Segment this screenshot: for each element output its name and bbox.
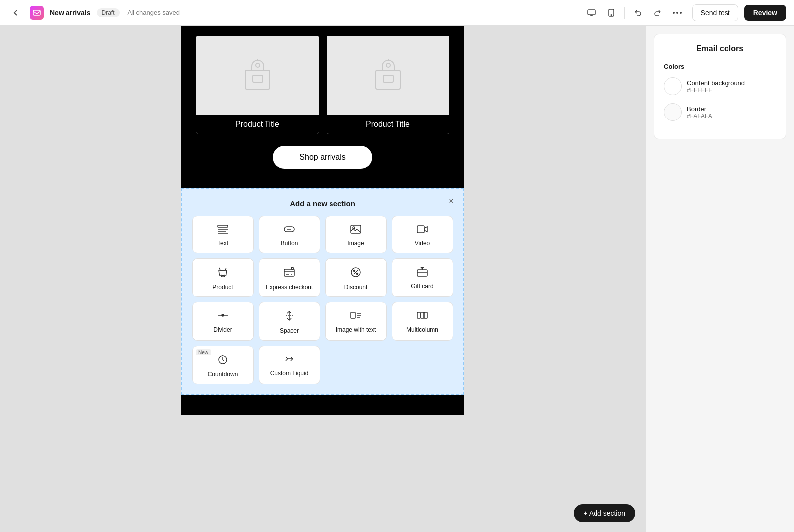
content-background-swatch bbox=[664, 77, 682, 95]
image-with-text-icon bbox=[350, 310, 362, 322]
product-card-1[interactable]: Product Title bbox=[196, 36, 319, 134]
gift-card-icon bbox=[416, 267, 428, 279]
section-item-gift-card[interactable]: Gift card bbox=[392, 258, 453, 297]
section-item-text-label: Text bbox=[217, 240, 228, 247]
content-background-name: Content background bbox=[687, 79, 745, 87]
svg-point-6 bbox=[680, 12, 682, 14]
svg-rect-41 bbox=[417, 312, 420, 318]
page-title: New arrivals bbox=[50, 9, 91, 17]
product-image-1 bbox=[196, 36, 319, 115]
add-section-panel: Add a new section × Tex bbox=[181, 188, 464, 395]
section-items-grid: Text Button bbox=[192, 216, 453, 384]
svg-point-4 bbox=[673, 12, 675, 14]
express-checkout-icon bbox=[283, 267, 295, 280]
svg-point-27 bbox=[291, 267, 294, 270]
section-item-button-label: Button bbox=[281, 240, 298, 247]
section-item-discount[interactable]: Discount bbox=[325, 258, 387, 297]
canvas-area: Product Title bbox=[0, 26, 645, 532]
border-color[interactable]: Border #FAFAFA bbox=[664, 103, 776, 121]
svg-point-24 bbox=[221, 275, 223, 277]
divider-icon bbox=[217, 310, 229, 322]
desktop-view-button[interactable] bbox=[583, 4, 600, 22]
section-item-countdown[interactable]: New Countdown bbox=[192, 346, 254, 384]
image-icon bbox=[350, 224, 362, 236]
shop-btn-wrap: Shop arrivals bbox=[196, 146, 449, 174]
main-content: Product Title bbox=[0, 26, 794, 532]
section-item-image-with-text-label: Image with text bbox=[336, 326, 376, 333]
section-item-divider[interactable]: Divider bbox=[192, 302, 254, 341]
section-item-express-checkout-label: Express checkout bbox=[266, 284, 313, 291]
content-background-color[interactable]: Content background #FFFFFF bbox=[664, 77, 776, 95]
section-item-image-with-text[interactable]: Image with text bbox=[325, 302, 387, 341]
toolbar-icons bbox=[583, 4, 686, 22]
email-colors-panel: Email colors Colors Content background #… bbox=[654, 34, 786, 139]
svg-point-13 bbox=[386, 63, 390, 67]
svg-point-25 bbox=[224, 275, 225, 277]
redo-button[interactable] bbox=[649, 4, 666, 22]
shop-arrivals-button[interactable]: Shop arrivals bbox=[273, 146, 372, 169]
email-canvas: Product Title bbox=[181, 26, 464, 532]
review-button[interactable]: Review bbox=[744, 5, 786, 21]
svg-point-5 bbox=[676, 12, 678, 14]
section-item-multicolumn-label: Multicolumn bbox=[406, 326, 438, 333]
mobile-view-button[interactable] bbox=[602, 4, 620, 22]
more-options-button[interactable] bbox=[668, 4, 686, 22]
svg-rect-0 bbox=[33, 10, 40, 15]
svg-rect-26 bbox=[284, 269, 294, 276]
svg-rect-8 bbox=[253, 75, 263, 82]
content-background-hex: #FFFFFF bbox=[687, 87, 745, 94]
svg-point-29 bbox=[354, 270, 355, 272]
product-title-2: Product Title bbox=[327, 115, 449, 134]
section-item-image[interactable]: Image bbox=[325, 216, 387, 253]
section-item-custom-liquid[interactable]: Custom Liquid bbox=[259, 346, 320, 384]
border-name: Border bbox=[687, 105, 712, 113]
colors-section-label: Colors bbox=[664, 63, 776, 70]
close-add-section-button[interactable]: × bbox=[445, 195, 457, 207]
section-item-multicolumn[interactable]: Multicolumn bbox=[392, 302, 453, 341]
section-item-spacer-label: Spacer bbox=[280, 327, 299, 334]
section-item-express-checkout[interactable]: Express checkout bbox=[259, 258, 320, 297]
section-item-text[interactable]: Text bbox=[192, 216, 254, 253]
section-item-video[interactable]: Video bbox=[392, 216, 453, 253]
svg-point-34 bbox=[222, 314, 224, 316]
app-icon bbox=[30, 6, 44, 20]
svg-point-30 bbox=[357, 273, 358, 275]
email-black-footer bbox=[181, 395, 464, 415]
multicolumn-icon bbox=[416, 310, 428, 322]
border-swatch bbox=[664, 103, 682, 121]
svg-rect-11 bbox=[376, 70, 400, 89]
send-test-button[interactable]: Send test bbox=[692, 4, 738, 21]
svg-rect-1 bbox=[588, 10, 596, 15]
svg-rect-15 bbox=[218, 225, 228, 227]
right-panel: Email colors Colors Content background #… bbox=[645, 26, 794, 532]
button-icon bbox=[283, 224, 295, 236]
add-section-button[interactable]: + Add section bbox=[574, 504, 635, 522]
topbar: New arrivals Draft All changes saved bbox=[0, 0, 794, 26]
svg-point-3 bbox=[611, 14, 612, 15]
svg-rect-42 bbox=[421, 312, 424, 318]
undo-button[interactable] bbox=[629, 4, 647, 22]
custom-liquid-icon bbox=[284, 354, 295, 366]
section-item-product-label: Product bbox=[212, 284, 233, 291]
border-hex: #FAFAFA bbox=[687, 113, 712, 119]
content-background-info: Content background #FFFFFF bbox=[687, 79, 745, 94]
section-item-countdown-label: Countdown bbox=[208, 371, 238, 378]
add-section-title: Add a new section bbox=[192, 199, 453, 208]
product-icon bbox=[217, 267, 228, 280]
back-button[interactable] bbox=[8, 5, 24, 21]
section-item-button[interactable]: Button bbox=[259, 216, 320, 253]
text-icon bbox=[217, 224, 229, 236]
svg-rect-31 bbox=[417, 270, 427, 276]
section-item-spacer[interactable]: Spacer bbox=[259, 302, 320, 341]
divider bbox=[624, 7, 625, 19]
new-badge: New bbox=[196, 349, 211, 355]
panel-title: Email colors bbox=[664, 44, 776, 53]
section-item-product[interactable]: Product bbox=[192, 258, 254, 297]
draft-badge[interactable]: Draft bbox=[97, 8, 120, 17]
product-card-2[interactable]: Product Title bbox=[327, 36, 449, 134]
section-item-discount-label: Discount bbox=[344, 284, 368, 291]
section-item-image-label: Image bbox=[347, 240, 364, 247]
section-item-gift-card-label: Gift card bbox=[411, 283, 433, 290]
svg-point-9 bbox=[256, 63, 260, 67]
countdown-icon bbox=[217, 354, 228, 367]
